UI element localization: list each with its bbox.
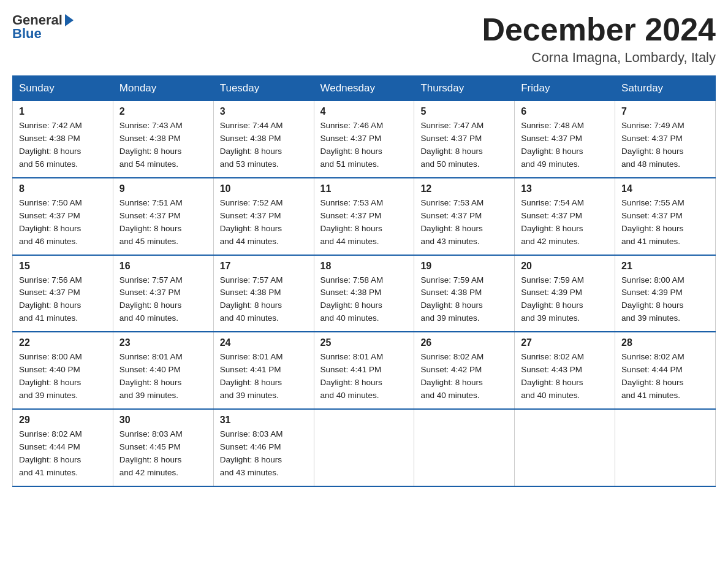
day-info: Sunrise: 8:03 AM Sunset: 4:45 PM Dayligh… xyxy=(119,428,207,480)
weekday-header: Friday xyxy=(515,76,615,101)
calendar-cell: 26 Sunrise: 8:02 AM Sunset: 4:42 PM Dayl… xyxy=(414,332,515,409)
day-number: 8 xyxy=(19,183,107,194)
calendar-cell: 14 Sunrise: 7:55 AM Sunset: 4:37 PM Dayl… xyxy=(615,178,716,255)
day-number: 21 xyxy=(621,261,709,272)
day-number: 27 xyxy=(521,337,609,348)
calendar-table: SundayMondayTuesdayWednesdayThursdayFrid… xyxy=(12,75,716,486)
day-info: Sunrise: 7:54 AM Sunset: 4:37 PM Dayligh… xyxy=(521,197,609,248)
day-number: 5 xyxy=(420,106,508,117)
day-number: 1 xyxy=(19,106,107,117)
calendar-cell xyxy=(414,409,515,486)
calendar-cell: 20 Sunrise: 7:59 AM Sunset: 4:39 PM Dayl… xyxy=(515,255,615,332)
day-info: Sunrise: 7:50 AM Sunset: 4:37 PM Dayligh… xyxy=(19,197,107,248)
day-number: 19 xyxy=(420,261,508,272)
day-number: 6 xyxy=(521,106,609,117)
day-info: Sunrise: 7:57 AM Sunset: 4:37 PM Dayligh… xyxy=(119,274,207,326)
day-number: 20 xyxy=(521,261,609,272)
calendar-cell: 4 Sunrise: 7:46 AM Sunset: 4:37 PM Dayli… xyxy=(314,101,414,178)
day-info: Sunrise: 7:59 AM Sunset: 4:38 PM Dayligh… xyxy=(420,274,508,326)
day-info: Sunrise: 8:01 AM Sunset: 4:41 PM Dayligh… xyxy=(320,351,408,402)
logo-arrow-icon xyxy=(65,14,74,26)
location-subtitle: Corna Imagna, Lombardy, Italy xyxy=(482,50,716,66)
calendar-cell: 11 Sunrise: 7:53 AM Sunset: 4:37 PM Dayl… xyxy=(314,178,414,255)
day-info: Sunrise: 7:56 AM Sunset: 4:37 PM Dayligh… xyxy=(19,274,107,326)
day-number: 16 xyxy=(119,261,207,272)
page-header: General Blue December 2024 Corna Imagna,… xyxy=(12,12,716,66)
day-info: Sunrise: 7:42 AM Sunset: 4:38 PM Dayligh… xyxy=(19,120,107,171)
day-number: 17 xyxy=(220,261,308,272)
calendar-cell: 24 Sunrise: 8:01 AM Sunset: 4:41 PM Dayl… xyxy=(213,332,314,409)
day-number: 28 xyxy=(621,337,709,348)
calendar-week-row: 29 Sunrise: 8:02 AM Sunset: 4:44 PM Dayl… xyxy=(13,409,716,486)
day-number: 10 xyxy=(220,183,308,194)
calendar-cell: 6 Sunrise: 7:48 AM Sunset: 4:37 PM Dayli… xyxy=(515,101,615,178)
day-number: 26 xyxy=(420,337,508,348)
month-title: December 2024 xyxy=(482,12,716,47)
day-info: Sunrise: 8:01 AM Sunset: 4:41 PM Dayligh… xyxy=(220,351,308,402)
calendar-cell: 21 Sunrise: 8:00 AM Sunset: 4:39 PM Dayl… xyxy=(615,255,716,332)
calendar-cell: 12 Sunrise: 7:53 AM Sunset: 4:37 PM Dayl… xyxy=(414,178,515,255)
calendar-week-row: 1 Sunrise: 7:42 AM Sunset: 4:38 PM Dayli… xyxy=(13,101,716,178)
calendar-cell: 18 Sunrise: 7:58 AM Sunset: 4:38 PM Dayl… xyxy=(314,255,414,332)
weekday-header: Wednesday xyxy=(314,76,414,101)
day-number: 13 xyxy=(521,183,609,194)
day-info: Sunrise: 8:02 AM Sunset: 4:42 PM Dayligh… xyxy=(420,351,508,402)
day-info: Sunrise: 7:58 AM Sunset: 4:38 PM Dayligh… xyxy=(320,274,408,326)
calendar-week-row: 15 Sunrise: 7:56 AM Sunset: 4:37 PM Dayl… xyxy=(13,255,716,332)
day-number: 9 xyxy=(119,183,207,194)
calendar-cell: 29 Sunrise: 8:02 AM Sunset: 4:44 PM Dayl… xyxy=(13,409,113,486)
calendar-cell xyxy=(314,409,414,486)
day-number: 14 xyxy=(621,183,709,194)
calendar-cell: 27 Sunrise: 8:02 AM Sunset: 4:43 PM Dayl… xyxy=(515,332,615,409)
day-number: 11 xyxy=(320,183,408,194)
calendar-cell: 2 Sunrise: 7:43 AM Sunset: 4:38 PM Dayli… xyxy=(113,101,213,178)
day-info: Sunrise: 7:53 AM Sunset: 4:37 PM Dayligh… xyxy=(320,197,408,248)
day-number: 7 xyxy=(621,106,709,117)
day-info: Sunrise: 8:00 AM Sunset: 4:40 PM Dayligh… xyxy=(19,351,107,402)
weekday-header: Tuesday xyxy=(213,76,314,101)
calendar-cell: 16 Sunrise: 7:57 AM Sunset: 4:37 PM Dayl… xyxy=(113,255,213,332)
day-number: 2 xyxy=(119,106,207,117)
day-number: 24 xyxy=(220,337,308,348)
day-info: Sunrise: 7:48 AM Sunset: 4:37 PM Dayligh… xyxy=(521,120,609,171)
day-info: Sunrise: 7:43 AM Sunset: 4:38 PM Dayligh… xyxy=(119,120,207,171)
logo-blue-text: Blue xyxy=(12,26,42,42)
calendar-cell: 5 Sunrise: 7:47 AM Sunset: 4:37 PM Dayli… xyxy=(414,101,515,178)
day-info: Sunrise: 7:59 AM Sunset: 4:39 PM Dayligh… xyxy=(521,274,609,326)
day-number: 29 xyxy=(19,415,107,426)
day-info: Sunrise: 7:53 AM Sunset: 4:37 PM Dayligh… xyxy=(420,197,508,248)
day-number: 30 xyxy=(119,415,207,426)
weekday-header: Thursday xyxy=(414,76,515,101)
day-info: Sunrise: 8:02 AM Sunset: 4:43 PM Dayligh… xyxy=(521,351,609,402)
day-number: 12 xyxy=(420,183,508,194)
calendar-cell: 22 Sunrise: 8:00 AM Sunset: 4:40 PM Dayl… xyxy=(13,332,113,409)
calendar-week-row: 8 Sunrise: 7:50 AM Sunset: 4:37 PM Dayli… xyxy=(13,178,716,255)
day-info: Sunrise: 7:44 AM Sunset: 4:38 PM Dayligh… xyxy=(220,120,308,171)
calendar-cell: 3 Sunrise: 7:44 AM Sunset: 4:38 PM Dayli… xyxy=(213,101,314,178)
calendar-cell: 7 Sunrise: 7:49 AM Sunset: 4:37 PM Dayli… xyxy=(615,101,716,178)
day-info: Sunrise: 7:57 AM Sunset: 4:38 PM Dayligh… xyxy=(220,274,308,326)
calendar-cell: 30 Sunrise: 8:03 AM Sunset: 4:45 PM Dayl… xyxy=(113,409,213,486)
calendar-cell: 8 Sunrise: 7:50 AM Sunset: 4:37 PM Dayli… xyxy=(13,178,113,255)
calendar-cell: 10 Sunrise: 7:52 AM Sunset: 4:37 PM Dayl… xyxy=(213,178,314,255)
calendar-cell: 15 Sunrise: 7:56 AM Sunset: 4:37 PM Dayl… xyxy=(13,255,113,332)
logo: General Blue xyxy=(12,12,74,42)
calendar-cell: 13 Sunrise: 7:54 AM Sunset: 4:37 PM Dayl… xyxy=(515,178,615,255)
day-info: Sunrise: 7:52 AM Sunset: 4:37 PM Dayligh… xyxy=(220,197,308,248)
calendar-cell: 31 Sunrise: 8:03 AM Sunset: 4:46 PM Dayl… xyxy=(213,409,314,486)
calendar-cell: 19 Sunrise: 7:59 AM Sunset: 4:38 PM Dayl… xyxy=(414,255,515,332)
title-block: December 2024 Corna Imagna, Lombardy, It… xyxy=(482,12,716,66)
day-info: Sunrise: 8:02 AM Sunset: 4:44 PM Dayligh… xyxy=(19,428,107,480)
day-info: Sunrise: 7:46 AM Sunset: 4:37 PM Dayligh… xyxy=(320,120,408,171)
day-info: Sunrise: 8:03 AM Sunset: 4:46 PM Dayligh… xyxy=(220,428,308,480)
day-info: Sunrise: 8:01 AM Sunset: 4:40 PM Dayligh… xyxy=(119,351,207,402)
day-number: 25 xyxy=(320,337,408,348)
day-number: 18 xyxy=(320,261,408,272)
day-number: 22 xyxy=(19,337,107,348)
calendar-cell: 17 Sunrise: 7:57 AM Sunset: 4:38 PM Dayl… xyxy=(213,255,314,332)
day-info: Sunrise: 8:02 AM Sunset: 4:44 PM Dayligh… xyxy=(621,351,709,402)
day-info: Sunrise: 7:49 AM Sunset: 4:37 PM Dayligh… xyxy=(621,120,709,171)
calendar-cell: 9 Sunrise: 7:51 AM Sunset: 4:37 PM Dayli… xyxy=(113,178,213,255)
weekday-header: Sunday xyxy=(13,76,113,101)
day-number: 4 xyxy=(320,106,408,117)
